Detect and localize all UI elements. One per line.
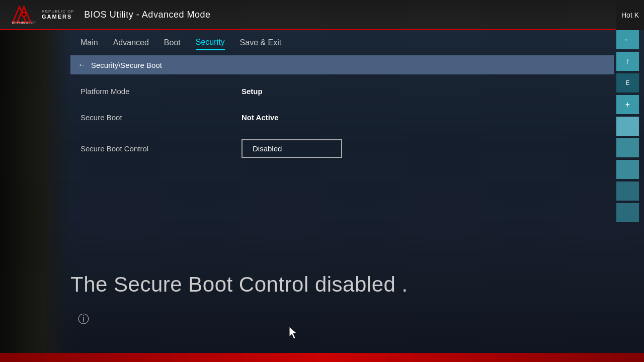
sidebar-btn-4[interactable] [616,182,639,201]
secure-boot-control-label: Secure Boot Control [80,144,242,153]
nav-security[interactable]: Security [196,35,225,50]
logo-area: REPUBLIC OF REPUBLIC OF GAMERS [10,5,74,25]
sidebar-btn-2[interactable] [616,138,639,157]
breadcrumb-text: Security\Secure Boot [91,61,162,69]
hotkeys-label: Hot K [616,0,644,30]
nav-main[interactable]: Main [80,36,98,50]
bios-title: BIOS Utility - Advanced Mode [84,10,210,20]
sidebar-btn-edit[interactable]: E [616,73,639,93]
secure-boot-control-row: Secure Boot Control Disabled [80,137,604,160]
breadcrumb: ← Security\Secure Boot [70,55,614,74]
republic-of-label: REPUBLIC OF [42,10,74,14]
platform-mode-value: Setup [242,87,263,96]
content-area: Platform Mode Setup Secure Boot Not Acti… [70,74,614,362]
platform-mode-label: Platform Mode [80,87,242,96]
left-panel [0,0,70,362]
info-text: The Secure Boot Control disabled . [70,273,614,297]
secure-boot-value: Not Active [242,113,279,122]
secure-boot-control-input[interactable]: Disabled [242,139,342,158]
info-icon: ⓘ [78,312,89,327]
gamers-label: GAMERS [42,14,74,20]
header-bar: REPUBLIC OF REPUBLIC OF GAMERS BIOS Util… [0,0,644,30]
secure-boot-control-value: Disabled [253,144,282,153]
sidebar-btn-3[interactable] [616,160,639,179]
right-sidebar: ← ↑ E + [616,30,644,224]
svg-text:REPUBLIC OF: REPUBLIC OF [12,21,36,25]
sidebar-btn-plus[interactable]: + [616,95,639,114]
sidebar-btn-up[interactable]: ↑ [616,52,639,71]
bottom-bar [0,353,644,362]
nav-save-exit[interactable]: Save & Exit [240,36,282,50]
sidebar-btn-back[interactable]: ← [616,30,639,49]
nav-bar: Main Advanced Boot Security Save & Exit [70,30,644,55]
secure-boot-row: Secure Boot Not Active [80,111,604,124]
rog-logo: REPUBLIC OF [10,5,38,25]
sidebar-btn-5[interactable] [616,203,639,222]
nav-boot[interactable]: Boot [164,36,181,50]
sidebar-btn-1[interactable] [616,117,639,136]
svg-point-4 [23,13,25,16]
nav-advanced[interactable]: Advanced [113,36,149,50]
secure-boot-label: Secure Boot [80,113,242,122]
platform-mode-row: Platform Mode Setup [80,84,604,98]
breadcrumb-back-icon[interactable]: ← [78,60,86,69]
hotkeys-text: Hot K [621,11,639,19]
